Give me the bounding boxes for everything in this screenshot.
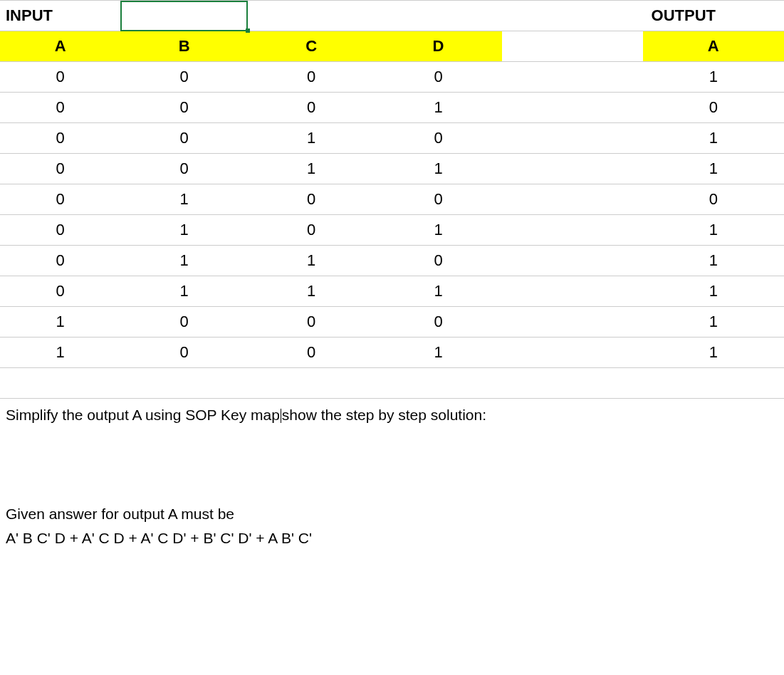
cell-c: 1 <box>248 276 375 307</box>
table-row: 0 1 1 1 1 <box>0 276 784 307</box>
cell-out: 1 <box>643 246 784 276</box>
header-c: C <box>248 31 375 62</box>
cell-a: 0 <box>0 93 120 123</box>
cell-a: 0 <box>0 246 120 276</box>
header-b: B <box>120 31 247 62</box>
cell-d: 0 <box>375 307 501 338</box>
cell-c: 1 <box>248 246 375 276</box>
cell-out: 1 <box>643 276 784 307</box>
output-title: OUTPUT <box>643 1 784 31</box>
selected-empty-cell[interactable] <box>120 1 247 31</box>
cell-c: 1 <box>248 154 375 184</box>
cell-a: 0 <box>0 184 120 215</box>
cell-c: 0 <box>248 338 375 368</box>
cell-c: 0 <box>248 184 375 215</box>
cell-d: 1 <box>375 338 501 368</box>
cell-out: 1 <box>643 307 784 338</box>
cell-b: 1 <box>120 276 247 307</box>
cell-d: 1 <box>375 215 501 246</box>
cell-out: 1 <box>643 338 784 368</box>
spacer-row <box>0 368 784 399</box>
cell-out: 1 <box>643 123 784 154</box>
cell-d: 0 <box>375 246 501 276</box>
cell-b: 1 <box>120 215 247 246</box>
answer-section: Given answer for output A must be A' B C… <box>0 495 784 554</box>
cell-c: 0 <box>248 307 375 338</box>
answer-label: Given answer for output A must be <box>6 503 778 524</box>
cell-b: 0 <box>120 62 247 93</box>
cell-b: 1 <box>120 184 247 215</box>
table-row: 0 0 1 1 1 <box>0 154 784 184</box>
cell-d: 0 <box>375 62 501 93</box>
header-row: A B C D A <box>0 31 784 62</box>
header-d: D <box>375 31 501 62</box>
table-row: 0 0 0 1 0 <box>0 93 784 123</box>
cell-b: 0 <box>120 338 247 368</box>
cell-out: 1 <box>643 215 784 246</box>
cell-c: 0 <box>248 93 375 123</box>
cell-a: 0 <box>0 123 120 154</box>
cell-c: 0 <box>248 62 375 93</box>
cell-d: 1 <box>375 276 501 307</box>
cell-b: 0 <box>120 307 247 338</box>
cell-a: 1 <box>0 338 120 368</box>
cell-a: 1 <box>0 307 120 338</box>
table-row: 0 0 0 0 1 <box>0 62 784 93</box>
cell-d: 0 <box>375 123 501 154</box>
cell-b: 0 <box>120 123 247 154</box>
table-row: 0 1 0 0 0 <box>0 184 784 215</box>
cell-a: 0 <box>0 215 120 246</box>
cell-b: 0 <box>120 154 247 184</box>
cell-d: 0 <box>375 184 501 215</box>
cell-c: 1 <box>248 123 375 154</box>
answer-expression: A' B C' D + A' C D + A' C D' + B' C' D' … <box>6 528 778 548</box>
cell-out: 1 <box>643 62 784 93</box>
input-title: INPUT <box>0 1 120 31</box>
cell-b: 1 <box>120 246 247 276</box>
cell-d: 1 <box>375 93 501 123</box>
question-text: Simplify the output A using SOP Key maps… <box>0 399 784 431</box>
title-row: INPUT OUTPUT <box>0 1 784 31</box>
question-part1: Simplify the output A using SOP Key map <box>6 407 280 423</box>
cell-a: 0 <box>0 62 120 93</box>
table-row: 0 1 1 0 1 <box>0 246 784 276</box>
cell-out: 0 <box>643 93 784 123</box>
cell-a: 0 <box>0 154 120 184</box>
cell-a: 0 <box>0 276 120 307</box>
header-blank <box>502 31 643 62</box>
table-row: 0 0 1 0 1 <box>0 123 784 154</box>
cell-c: 0 <box>248 215 375 246</box>
cell-d: 1 <box>375 154 501 184</box>
header-out: A <box>643 31 784 62</box>
table-row: 0 1 0 1 1 <box>0 215 784 246</box>
cell-b: 0 <box>120 93 247 123</box>
cell-out: 0 <box>643 184 784 215</box>
truth-table: INPUT OUTPUT A B C D A 0 0 0 0 1 0 0 0 1… <box>0 0 784 399</box>
table-row: 1 0 0 0 1 <box>0 307 784 338</box>
text-cursor-icon <box>281 409 281 423</box>
cell-out: 1 <box>643 154 784 184</box>
header-a: A <box>0 31 120 62</box>
table-row: 1 0 0 1 1 <box>0 338 784 368</box>
question-part2: show the step by step solution: <box>282 407 486 423</box>
